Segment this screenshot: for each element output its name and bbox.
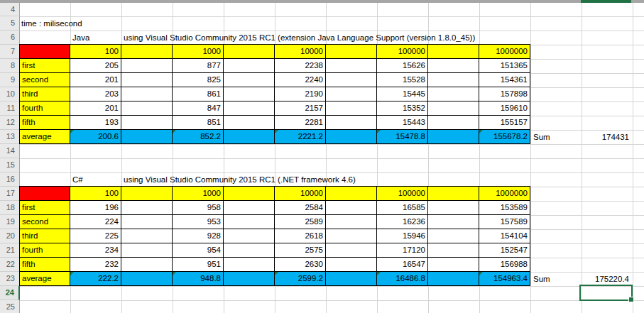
run-label-cell[interactable]: first: [20, 59, 70, 73]
spacer-cell[interactable]: [224, 272, 275, 286]
spacer-cell[interactable]: [428, 229, 479, 243]
spacer-cell[interactable]: [224, 73, 275, 87]
row-header[interactable]: 21: [0, 243, 20, 258]
row-header[interactable]: 9: [0, 73, 20, 87]
csharp-size-header[interactable]: 1000000: [479, 187, 530, 201]
time-unit-note[interactable]: time : milisecond: [21, 16, 82, 31]
spacer-cell[interactable]: [428, 201, 479, 215]
fill-handle[interactable]: [628, 297, 634, 302]
spacer-cell[interactable]: [326, 116, 377, 130]
row-header[interactable]: 7: [0, 45, 20, 59]
spacer-cell[interactable]: [121, 116, 173, 130]
spacer-cell[interactable]: [326, 272, 377, 286]
value-cell[interactable]: 851: [173, 116, 224, 130]
value-cell[interactable]: 201: [70, 101, 121, 116]
active-cell-selection[interactable]: [579, 285, 633, 301]
value-cell[interactable]: 877: [173, 59, 224, 73]
spacer-cell[interactable]: [326, 243, 377, 258]
row-header[interactable]: 11: [0, 101, 20, 116]
csharp-sum-value[interactable]: 175220.4: [581, 272, 629, 286]
java-sum-value[interactable]: 174431: [581, 130, 629, 144]
row-header[interactable]: 15: [0, 158, 20, 172]
spacer-cell[interactable]: [326, 73, 377, 87]
average-value-cell[interactable]: 2599.2: [275, 272, 326, 286]
spacer-cell[interactable]: [428, 258, 479, 272]
value-cell[interactable]: 825: [173, 73, 224, 87]
java-size-header[interactable]: 10000: [275, 45, 326, 59]
spacer-cell[interactable]: [121, 187, 173, 201]
spacer-cell[interactable]: [224, 215, 275, 229]
row-header[interactable]: 18: [0, 201, 20, 215]
average-value-cell[interactable]: 155678.2: [479, 130, 530, 144]
value-cell[interactable]: 159610: [479, 101, 530, 116]
csharp-size-header[interactable]: 10000: [275, 187, 326, 201]
value-cell[interactable]: 958: [173, 201, 224, 215]
row-header[interactable]: 25: [0, 300, 20, 313]
spacer-cell[interactable]: [224, 258, 275, 272]
spacer-cell[interactable]: [326, 130, 377, 144]
spacer-cell[interactable]: [121, 229, 173, 243]
value-cell[interactable]: 234: [70, 243, 121, 258]
value-cell[interactable]: 15528: [377, 73, 428, 87]
value-cell[interactable]: 2630: [275, 258, 326, 272]
average-value-cell[interactable]: 154963.4: [479, 272, 530, 286]
row-header[interactable]: 24: [0, 286, 20, 300]
value-cell[interactable]: 2190: [275, 87, 326, 101]
run-label-cell[interactable]: second: [20, 73, 70, 87]
csharp-size-header[interactable]: 100000: [377, 187, 428, 201]
spacer-cell[interactable]: [326, 201, 377, 215]
value-cell[interactable]: 928: [173, 229, 224, 243]
spacer-cell[interactable]: [224, 130, 275, 144]
java-size-header[interactable]: 100000: [377, 45, 428, 59]
spacer-cell[interactable]: [428, 45, 479, 59]
spacer-cell[interactable]: [121, 59, 173, 73]
value-cell[interactable]: 16547: [377, 258, 428, 272]
spacer-cell[interactable]: [224, 59, 275, 73]
java-size-header[interactable]: 1000: [173, 45, 224, 59]
spacer-cell[interactable]: [224, 87, 275, 101]
value-cell[interactable]: 951: [173, 258, 224, 272]
csharp-corner-cell[interactable]: [20, 187, 70, 201]
spacer-cell[interactable]: [224, 201, 275, 215]
value-cell[interactable]: 157898: [479, 87, 530, 101]
average-value-cell[interactable]: 852.2: [173, 130, 224, 144]
average-value-cell[interactable]: 200.6: [70, 130, 121, 144]
spacer-cell[interactable]: [121, 130, 173, 144]
value-cell[interactable]: 196: [70, 201, 121, 215]
java-description[interactable]: using Visual Studio Community 2015 RC1 (…: [124, 31, 475, 45]
spacer-cell[interactable]: [224, 187, 275, 201]
value-cell[interactable]: 155157: [479, 116, 530, 130]
value-cell[interactable]: 152547: [479, 243, 530, 258]
row-header[interactable]: 16: [0, 172, 20, 187]
row-header[interactable]: 13: [0, 130, 20, 144]
spacer-cell[interactable]: [326, 87, 377, 101]
spacer-cell[interactable]: [121, 101, 173, 116]
run-label-cell[interactable]: first: [20, 201, 70, 215]
row-header[interactable]: 4: [0, 3, 20, 16]
row-header[interactable]: 23: [0, 272, 20, 286]
value-cell[interactable]: 156988: [479, 258, 530, 272]
csharp-size-header[interactable]: 100: [70, 187, 121, 201]
spacer-cell[interactable]: [224, 243, 275, 258]
value-cell[interactable]: 225: [70, 229, 121, 243]
row-header[interactable]: 17: [0, 187, 20, 201]
value-cell[interactable]: 15445: [377, 87, 428, 101]
value-cell[interactable]: 16236: [377, 215, 428, 229]
spacer-cell[interactable]: [224, 45, 275, 59]
spacer-cell[interactable]: [428, 116, 479, 130]
java-corner-cell[interactable]: [20, 45, 70, 59]
value-cell[interactable]: 17120: [377, 243, 428, 258]
value-cell[interactable]: 847: [173, 101, 224, 116]
value-cell[interactable]: 954: [173, 243, 224, 258]
value-cell[interactable]: 154104: [479, 229, 530, 243]
value-cell[interactable]: 2240: [275, 73, 326, 87]
value-cell[interactable]: 201: [70, 73, 121, 87]
row-header[interactable]: 5: [0, 16, 20, 31]
value-cell[interactable]: 203: [70, 87, 121, 101]
row-header[interactable]: 20: [0, 229, 20, 243]
value-cell[interactable]: 224: [70, 215, 121, 229]
run-label-cell[interactable]: third: [20, 87, 70, 101]
row-header[interactable]: 12: [0, 116, 20, 130]
row-header[interactable]: 14: [0, 144, 20, 158]
java-label[interactable]: Java: [72, 31, 89, 45]
